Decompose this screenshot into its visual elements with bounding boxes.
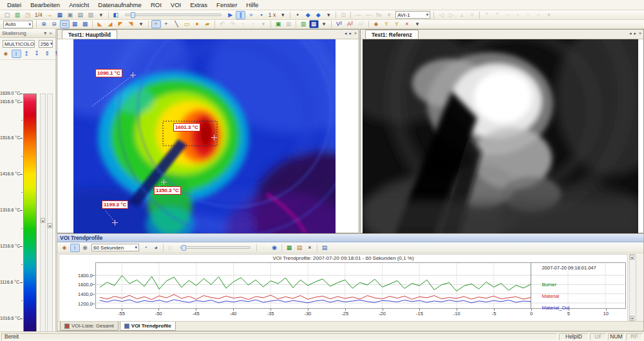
tab-hauptbild[interactable]: Test1: Hauptbild	[62, 30, 117, 39]
alarm-a2-icon[interactable]: ª	[493, 11, 502, 19]
scroll-down-icon[interactable]: ▼	[630, 316, 634, 321]
slider-up-icon[interactable]: ▲	[48, 223, 52, 228]
scroll-up-icon[interactable]: ▲	[630, 255, 634, 260]
ambient-a2-icon[interactable]: A²	[345, 20, 355, 28]
slider-thumb[interactable]	[131, 12, 135, 18]
tab-referenz[interactable]: Test1: Referenz	[365, 30, 419, 39]
tab-scroll-right-icon[interactable]: ▸	[633, 31, 637, 36]
roi-paste-icon[interactable]: ▫	[249, 20, 258, 28]
file-more-icon[interactable]: ▾	[96, 11, 106, 19]
alarm-a6-icon[interactable]: ▫	[534, 11, 544, 19]
measure-line1-icon[interactable]: —	[354, 11, 363, 19]
thermal-image-canvas[interactable]	[73, 39, 336, 234]
fill-view-icon[interactable]: ▩	[80, 20, 90, 28]
alarm-a3-icon[interactable]: ▫	[503, 11, 513, 19]
menu-extras[interactable]: Extras	[185, 1, 212, 9]
trend-scrollbar[interactable]: ▲ ▼	[629, 254, 636, 322]
pan-tool-icon[interactable]: +	[151, 20, 161, 28]
bottom-tab-voi-liste-gesamt[interactable]: VOI-Liste: Gesamt	[60, 322, 118, 331]
play-icon[interactable]: ▶	[225, 11, 235, 19]
close-icon[interactable]: ×	[48, 30, 53, 36]
tab-scroll-left-icon[interactable]: ◂	[629, 31, 632, 36]
flip-horizontal-icon[interactable]: ◤	[116, 20, 126, 28]
matrix-more-icon[interactable]: ▾	[319, 20, 329, 28]
matrix-view-icon[interactable]: ▦	[309, 20, 319, 28]
menu-roi[interactable]: ROI	[146, 1, 166, 9]
trend-cursor-icon[interactable]: ◌	[260, 244, 269, 252]
roi-more-icon[interactable]: ▾	[259, 20, 269, 28]
record-dot-icon[interactable]: •	[293, 11, 303, 19]
avi-select[interactable]: AVI-1▾	[395, 11, 430, 19]
ambient-a3-icon[interactable]: A³	[356, 20, 366, 28]
print-trend-icon[interactable]: ▤	[320, 244, 330, 252]
y2-correction-icon[interactable]: Y	[392, 20, 402, 28]
print-icon[interactable]: ▤	[75, 11, 85, 19]
grid-icon[interactable]: ▦	[284, 20, 294, 28]
actual-size-icon[interactable]: ▦	[70, 20, 80, 28]
tab-close-icon[interactable]: ×	[638, 31, 642, 36]
trend-play-icon[interactable]: ▷	[166, 244, 176, 252]
rotate-left-icon[interactable]: ◣	[95, 20, 105, 28]
nav-last-icon[interactable]: ▷	[447, 11, 457, 19]
palette-edit-icon[interactable]: ◈	[372, 20, 381, 28]
transform-more-icon[interactable]: ▾	[137, 20, 146, 28]
rotate-right-icon[interactable]: ◢	[106, 20, 115, 28]
pause-icon[interactable]: ∥	[236, 11, 245, 19]
stop-icon[interactable]: ▪	[256, 11, 266, 19]
interval-select[interactable]: 60 Sekunden▾	[91, 244, 139, 251]
isotherm-icon[interactable]: ▣	[274, 20, 283, 28]
y1-correction-icon[interactable]: Y	[382, 20, 392, 28]
palette-image-icon[interactable]: ▥	[299, 20, 308, 28]
measure-line2-icon[interactable]: —	[364, 11, 374, 19]
menu-datenaufnahme[interactable]: Datenaufnahme	[93, 1, 146, 9]
trend-zoom-icon[interactable]: ◉	[80, 244, 90, 252]
auto-scale-icon[interactable]: ↕	[12, 50, 21, 58]
copy-image-icon[interactable]: ▣	[65, 11, 75, 19]
export-image-icon[interactable]: ▧	[86, 11, 95, 19]
nav-first-icon[interactable]: ◁	[437, 11, 446, 19]
scale-min-slider[interactable]: ▲ ▼	[47, 93, 53, 341]
subsample-icon[interactable]: ‰	[374, 11, 384, 19]
speed-more-icon[interactable]: ▾	[278, 11, 288, 19]
bottom-tab-voi-trendprofile[interactable]: VOI Trendprofile	[120, 322, 176, 331]
nav-up-icon[interactable]: ▵	[457, 11, 467, 19]
tab-close-icon[interactable]: ×	[354, 31, 357, 36]
roi-undo-icon[interactable]: ↶	[218, 20, 227, 28]
open-file-icon[interactable]: ◳	[23, 11, 33, 19]
roi-polygon-icon[interactable]: ▰	[203, 20, 213, 28]
zoom-out-icon[interactable]: ⊖	[50, 20, 59, 28]
link-view-icon[interactable]: ⊡	[339, 11, 348, 19]
roi-copy-icon[interactable]: ▫	[238, 20, 248, 28]
delete-correction-icon[interactable]: ×	[402, 20, 412, 28]
flip-vertical-icon[interactable]: ◥	[126, 20, 136, 28]
tab-scroll-left-icon[interactable]: ◂	[344, 31, 348, 36]
roi-ellipse-icon[interactable]: ●	[193, 20, 202, 28]
menu-voi[interactable]: VOI	[166, 1, 185, 9]
pin-icon[interactable]: ▾	[43, 30, 48, 36]
profile-zoom-out-icon[interactable]: ◕	[151, 244, 161, 252]
clear-trend-icon[interactable]: ×	[305, 244, 315, 252]
export-chart-icon[interactable]: ▤	[295, 244, 305, 252]
menu-datei[interactable]: Datei	[3, 1, 26, 9]
show-values-icon[interactable]: ◉	[270, 244, 279, 252]
scale-widen-icon[interactable]: ↧	[32, 50, 42, 58]
alarm-more-icon[interactable]: ▾	[544, 11, 554, 19]
scale-narrow-icon[interactable]: ↥	[22, 50, 32, 58]
goto-frame-icon[interactable]: →	[44, 11, 54, 19]
alarm-a4-icon[interactable]: ▫	[513, 11, 523, 19]
marker-more-icon[interactable]: ▾	[324, 11, 334, 19]
roi-redo-icon[interactable]: ↷	[228, 20, 238, 28]
zoom-mode-select[interactable]: Auto▾	[3, 21, 33, 28]
export-table-icon[interactable]: ▦	[285, 244, 294, 252]
scale-shift-up-icon[interactable]: ⇕	[43, 50, 52, 58]
scale-max-slider[interactable]: ▲ ▼	[40, 93, 46, 341]
alarm-a1-icon[interactable]: ª	[482, 11, 492, 19]
profile-zoom-in-icon[interactable]: ◔	[141, 244, 151, 252]
roi-line-icon[interactable]: ╲	[172, 20, 182, 28]
menu-hilfe[interactable]: Hilfe	[242, 1, 263, 9]
temperature-gradient-bar[interactable]	[23, 93, 37, 341]
alarm-a5-icon[interactable]: ▫	[524, 11, 533, 19]
zoom-in-icon[interactable]: ⊕	[39, 20, 49, 28]
fit-window-icon[interactable]: ▭	[60, 20, 70, 28]
menu-bearbeiten[interactable]: Bearbeiten	[26, 1, 64, 9]
